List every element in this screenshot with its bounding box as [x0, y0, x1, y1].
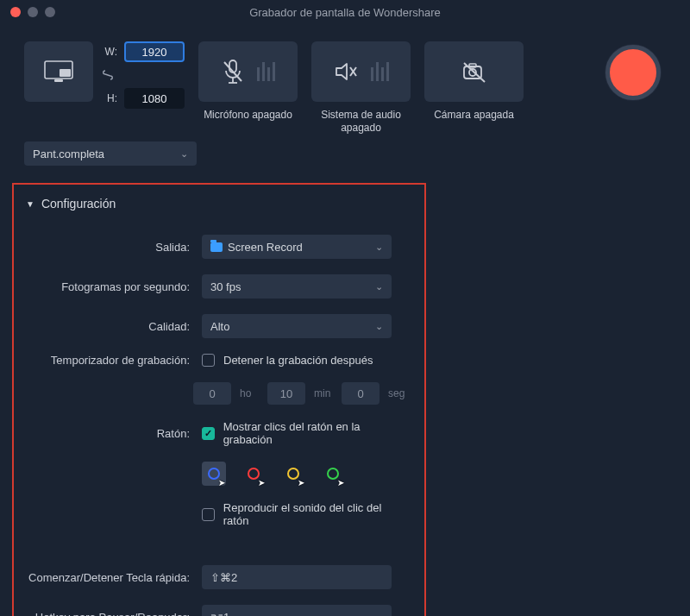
quality-label: Calidad:: [22, 320, 190, 333]
cursor-color-option[interactable]: ➤: [242, 462, 266, 486]
cursor-color-option[interactable]: ➤: [202, 462, 226, 486]
svg-rect-11: [469, 64, 476, 67]
screen-mode-value: Pant.completa: [33, 148, 104, 160]
triangle-down-icon: ▼: [26, 199, 34, 209]
config-title: Configuración: [41, 197, 116, 211]
cursor-icon: ➤: [298, 478, 304, 487]
config-toggle[interactable]: ▼ Configuración: [26, 197, 407, 211]
hours-unit: ho: [240, 387, 259, 399]
timer-seconds-input[interactable]: [342, 382, 380, 405]
cursor-icon: ➤: [258, 478, 265, 487]
stop-after-checkbox[interactable]: [202, 354, 215, 367]
chevron-down-icon: ⌄: [375, 281, 383, 292]
chevron-down-icon: ⌄: [180, 148, 188, 160]
quality-select[interactable]: Alto ⌄: [202, 314, 392, 338]
window-minimize-button[interactable]: [28, 7, 38, 17]
sys-audio-level-icon: [371, 62, 389, 81]
mic-level-icon: [257, 62, 275, 81]
camera-toggle[interactable]: [424, 41, 524, 102]
height-label: H:: [102, 92, 117, 104]
record-timer-label: Temporizador de grabación:: [22, 354, 190, 367]
minutes-unit: min: [314, 387, 333, 399]
timer-minutes-input[interactable]: [267, 382, 305, 405]
hotkey-startstop-label: Comenzar/Detener Tecla rápida:: [22, 571, 190, 584]
folder-icon: [210, 242, 223, 252]
hotkey-pause-label: Hotkey para Pausar/Reanudar:: [22, 611, 190, 617]
output-label: Salida:: [22, 241, 190, 254]
window-close-button[interactable]: [10, 7, 21, 17]
stop-after-label: Detener la grabación después: [223, 354, 373, 367]
screen-icon: [44, 60, 73, 83]
click-sound-checkbox[interactable]: [202, 508, 215, 521]
fps-select[interactable]: 30 fps ⌄: [202, 274, 392, 299]
screen-region-button[interactable]: [24, 41, 93, 102]
speaker-off-icon: [333, 60, 359, 83]
click-sound-label: Reproducir el sonido del clic del ratón: [223, 501, 407, 527]
chevron-down-icon: ⌄: [375, 242, 383, 253]
mouse-label: Ratón:: [22, 427, 190, 440]
camera-label: Cámara apagada: [434, 109, 514, 135]
system-audio-label: Sistema de audio apagado: [311, 109, 411, 135]
chevron-down-icon: ⌄: [375, 321, 383, 332]
show-clicks-checkbox[interactable]: ✓: [202, 427, 215, 440]
timer-hours-input[interactable]: [193, 382, 231, 405]
window-title: Grabador de pantalla de Wondershare: [0, 6, 690, 19]
cursor-icon: ➤: [218, 478, 225, 487]
cursor-icon: ➤: [337, 478, 344, 487]
output-select[interactable]: Screen Record ⌄: [202, 235, 392, 259]
show-clicks-label: Mostrar clics del ratón en la grabación: [223, 420, 407, 446]
hotkey-startstop-input[interactable]: [202, 565, 392, 589]
microphone-label: Micrófono apagado: [204, 109, 292, 135]
microphone-off-icon: [221, 59, 245, 85]
hotkey-pause-input[interactable]: [202, 605, 392, 616]
height-input[interactable]: [124, 88, 185, 109]
camera-off-icon: [461, 60, 488, 84]
svg-rect-2: [54, 79, 63, 82]
svg-rect-1: [60, 69, 71, 77]
lock-aspect-icon[interactable]: [102, 69, 117, 81]
configuration-panel: ▼ Configuración Salida: Screen Record ⌄ …: [12, 183, 426, 616]
system-audio-toggle[interactable]: [311, 41, 411, 102]
width-input[interactable]: [124, 41, 185, 62]
microphone-toggle[interactable]: [198, 41, 298, 102]
width-label: W:: [102, 46, 117, 58]
seconds-unit: seg: [388, 387, 407, 399]
screen-mode-select[interactable]: Pant.completa ⌄: [24, 141, 197, 166]
record-button[interactable]: [605, 45, 661, 100]
cursor-color-option[interactable]: ➤: [321, 462, 345, 486]
fps-label: Fotogramas por segundo:: [22, 280, 190, 293]
output-value: Screen Record: [228, 241, 303, 254]
fps-value: 30 fps: [210, 280, 241, 293]
window-maximize-button[interactable]: [45, 7, 55, 17]
cursor-color-option[interactable]: ➤: [281, 462, 305, 486]
quality-value: Alto: [210, 320, 229, 333]
